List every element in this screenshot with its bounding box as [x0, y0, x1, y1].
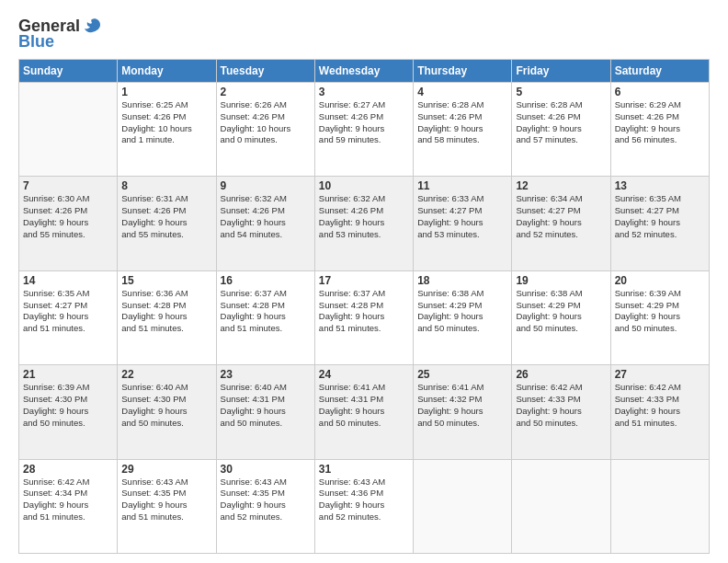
calendar-header-thursday: Thursday	[414, 60, 512, 83]
day-info: Sunrise: 6:29 AM Sunset: 4:26 PM Dayligh…	[615, 99, 705, 146]
day-info: Sunrise: 6:40 AM Sunset: 4:30 PM Dayligh…	[121, 382, 211, 429]
day-number: 27	[615, 368, 705, 381]
header: General Blue	[18, 17, 710, 52]
day-info: Sunrise: 6:43 AM Sunset: 4:35 PM Dayligh…	[121, 477, 211, 523]
day-number: 8	[121, 179, 211, 192]
day-number: 18	[417, 274, 507, 287]
calendar-week-row: 7Sunrise: 6:30 AM Sunset: 4:26 PM Daylig…	[19, 177, 710, 270]
calendar-table: SundayMondayTuesdayWednesdayThursdayFrid…	[18, 59, 710, 554]
calendar-cell: 31Sunrise: 6:43 AM Sunset: 4:36 PM Dayli…	[314, 459, 413, 553]
day-number: 1	[121, 86, 211, 98]
calendar-header-wednesday: Wednesday	[314, 60, 413, 83]
calendar-cell: 11Sunrise: 6:33 AM Sunset: 4:27 PM Dayli…	[414, 177, 512, 270]
calendar-cell: 16Sunrise: 6:37 AM Sunset: 4:28 PM Dayli…	[216, 270, 314, 364]
page: General Blue SundayMondayTuesdayWednesda…	[0, 0, 728, 563]
calendar-cell: 3Sunrise: 6:27 AM Sunset: 4:26 PM Daylig…	[314, 83, 413, 177]
day-info: Sunrise: 6:38 AM Sunset: 4:29 PM Dayligh…	[417, 288, 507, 335]
calendar-week-row: 1Sunrise: 6:25 AM Sunset: 4:26 PM Daylig…	[19, 83, 710, 177]
day-info: Sunrise: 6:37 AM Sunset: 4:28 PM Dayligh…	[319, 288, 409, 335]
day-number: 30	[221, 463, 311, 476]
calendar-cell: 7Sunrise: 6:30 AM Sunset: 4:26 PM Daylig…	[19, 177, 118, 270]
day-info: Sunrise: 6:38 AM Sunset: 4:29 PM Dayligh…	[516, 288, 606, 335]
calendar-cell: 20Sunrise: 6:39 AM Sunset: 4:29 PM Dayli…	[610, 270, 709, 364]
calendar-week-row: 14Sunrise: 6:35 AM Sunset: 4:27 PM Dayli…	[19, 270, 710, 364]
day-number: 6	[615, 86, 705, 98]
day-info: Sunrise: 6:37 AM Sunset: 4:28 PM Dayligh…	[221, 288, 311, 335]
day-number: 19	[516, 274, 606, 287]
calendar-cell: 5Sunrise: 6:28 AM Sunset: 4:26 PM Daylig…	[512, 83, 610, 177]
calendar-header-saturday: Saturday	[610, 60, 709, 83]
day-number: 2	[221, 86, 311, 98]
day-info: Sunrise: 6:43 AM Sunset: 4:35 PM Dayligh…	[221, 477, 311, 523]
calendar-cell: 29Sunrise: 6:43 AM Sunset: 4:35 PM Dayli…	[118, 459, 216, 553]
calendar-cell: 27Sunrise: 6:42 AM Sunset: 4:33 PM Dayli…	[610, 365, 709, 459]
day-number: 13	[615, 179, 705, 192]
day-info: Sunrise: 6:35 AM Sunset: 4:27 PM Dayligh…	[615, 193, 705, 240]
calendar-cell: 4Sunrise: 6:28 AM Sunset: 4:26 PM Daylig…	[414, 83, 512, 177]
logo-bird-icon	[82, 17, 102, 36]
calendar-cell: 24Sunrise: 6:41 AM Sunset: 4:31 PM Dayli…	[314, 365, 413, 459]
calendar-cell: 18Sunrise: 6:38 AM Sunset: 4:29 PM Dayli…	[414, 270, 512, 364]
calendar-cell: 19Sunrise: 6:38 AM Sunset: 4:29 PM Dayli…	[512, 270, 610, 364]
day-number: 24	[319, 368, 409, 381]
calendar-cell: 17Sunrise: 6:37 AM Sunset: 4:28 PM Dayli…	[314, 270, 413, 364]
calendar-cell: 21Sunrise: 6:39 AM Sunset: 4:30 PM Dayli…	[19, 365, 118, 459]
calendar-cell	[512, 459, 610, 553]
day-info: Sunrise: 6:32 AM Sunset: 4:26 PM Dayligh…	[221, 193, 311, 240]
day-info: Sunrise: 6:31 AM Sunset: 4:26 PM Dayligh…	[121, 193, 211, 240]
calendar-cell: 25Sunrise: 6:41 AM Sunset: 4:32 PM Dayli…	[414, 365, 512, 459]
calendar-week-row: 28Sunrise: 6:42 AM Sunset: 4:34 PM Dayli…	[19, 459, 710, 553]
day-number: 5	[516, 86, 606, 98]
day-info: Sunrise: 6:39 AM Sunset: 4:30 PM Dayligh…	[23, 382, 113, 429]
day-number: 3	[319, 86, 409, 98]
calendar-cell	[414, 459, 512, 553]
day-info: Sunrise: 6:39 AM Sunset: 4:29 PM Dayligh…	[615, 288, 705, 335]
day-number: 31	[319, 463, 409, 476]
day-info: Sunrise: 6:40 AM Sunset: 4:31 PM Dayligh…	[221, 382, 311, 429]
day-number: 10	[319, 179, 409, 192]
day-number: 9	[221, 179, 311, 192]
calendar-week-row: 21Sunrise: 6:39 AM Sunset: 4:30 PM Dayli…	[19, 365, 710, 459]
day-number: 15	[121, 274, 211, 287]
calendar-cell	[19, 83, 118, 177]
calendar-header-friday: Friday	[512, 60, 610, 83]
calendar-cell: 12Sunrise: 6:34 AM Sunset: 4:27 PM Dayli…	[512, 177, 610, 270]
calendar-header-row: SundayMondayTuesdayWednesdayThursdayFrid…	[19, 60, 710, 83]
day-info: Sunrise: 6:28 AM Sunset: 4:26 PM Dayligh…	[417, 99, 507, 146]
day-info: Sunrise: 6:34 AM Sunset: 4:27 PM Dayligh…	[516, 193, 606, 240]
day-number: 16	[221, 274, 311, 287]
day-number: 17	[319, 274, 409, 287]
day-number: 22	[121, 368, 211, 381]
day-info: Sunrise: 6:36 AM Sunset: 4:28 PM Dayligh…	[121, 288, 211, 335]
calendar-cell	[610, 459, 709, 553]
day-number: 23	[221, 368, 311, 381]
day-number: 26	[516, 368, 606, 381]
calendar-cell: 10Sunrise: 6:32 AM Sunset: 4:26 PM Dayli…	[314, 177, 413, 270]
day-info: Sunrise: 6:28 AM Sunset: 4:26 PM Dayligh…	[516, 99, 606, 146]
calendar-cell: 2Sunrise: 6:26 AM Sunset: 4:26 PM Daylig…	[216, 83, 314, 177]
day-info: Sunrise: 6:30 AM Sunset: 4:26 PM Dayligh…	[23, 193, 113, 240]
day-info: Sunrise: 6:42 AM Sunset: 4:33 PM Dayligh…	[516, 382, 606, 429]
day-info: Sunrise: 6:26 AM Sunset: 4:26 PM Dayligh…	[221, 99, 311, 146]
calendar-cell: 28Sunrise: 6:42 AM Sunset: 4:34 PM Dayli…	[19, 459, 118, 553]
day-info: Sunrise: 6:35 AM Sunset: 4:27 PM Dayligh…	[23, 288, 113, 335]
day-info: Sunrise: 6:33 AM Sunset: 4:27 PM Dayligh…	[417, 193, 507, 240]
calendar-cell: 8Sunrise: 6:31 AM Sunset: 4:26 PM Daylig…	[118, 177, 216, 270]
day-info: Sunrise: 6:41 AM Sunset: 4:32 PM Dayligh…	[417, 382, 507, 429]
day-info: Sunrise: 6:32 AM Sunset: 4:26 PM Dayligh…	[319, 193, 409, 240]
calendar-header-sunday: Sunday	[19, 60, 118, 83]
calendar-cell: 22Sunrise: 6:40 AM Sunset: 4:30 PM Dayli…	[118, 365, 216, 459]
day-info: Sunrise: 6:43 AM Sunset: 4:36 PM Dayligh…	[319, 477, 409, 523]
day-info: Sunrise: 6:42 AM Sunset: 4:34 PM Dayligh…	[23, 477, 113, 523]
calendar-header-monday: Monday	[118, 60, 216, 83]
calendar-cell: 30Sunrise: 6:43 AM Sunset: 4:35 PM Dayli…	[216, 459, 314, 553]
calendar-cell: 26Sunrise: 6:42 AM Sunset: 4:33 PM Dayli…	[512, 365, 610, 459]
day-number: 20	[615, 274, 705, 287]
calendar-cell: 13Sunrise: 6:35 AM Sunset: 4:27 PM Dayli…	[610, 177, 709, 270]
day-info: Sunrise: 6:41 AM Sunset: 4:31 PM Dayligh…	[319, 382, 409, 429]
day-number: 14	[23, 274, 113, 287]
day-number: 4	[417, 86, 507, 98]
logo: General Blue	[18, 17, 102, 52]
day-number: 25	[417, 368, 507, 381]
day-number: 7	[23, 179, 113, 192]
